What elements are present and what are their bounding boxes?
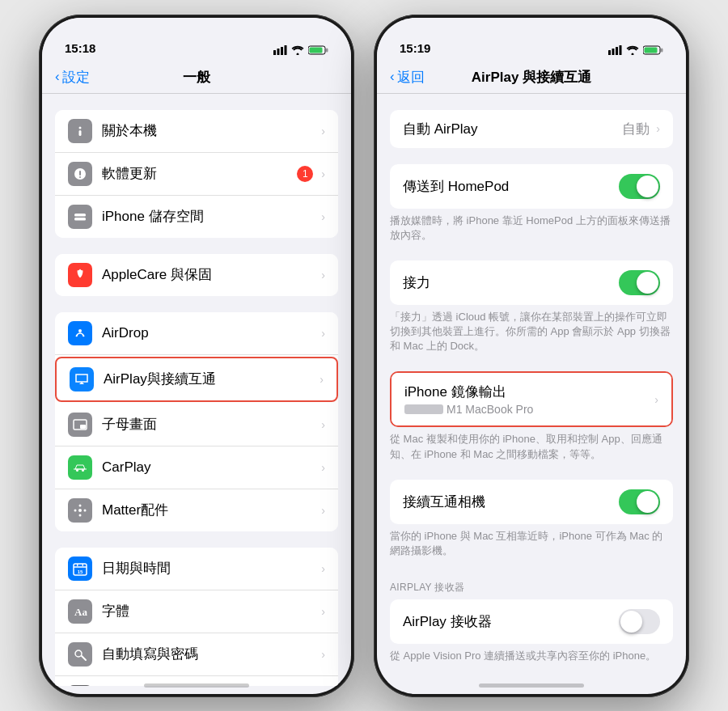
handoff-label: 接力 [403,273,619,292]
svg-rect-25 [83,564,84,566]
settings-item-airplay[interactable]: AirPlay與接續互通 › [55,357,338,402]
homepod-label: 傳送到 HomePod [403,177,619,196]
handoff-toggle[interactable] [619,270,660,295]
svg-point-7 [79,126,82,129]
svg-rect-32 [612,49,615,55]
time-right: 15:19 [400,41,430,55]
status-bar-right: 15:19 [377,18,686,61]
camera-section: 接續互通相機 [390,480,673,524]
svg-point-22 [84,509,87,511]
carplay-chevron: › [321,461,325,474]
about-label: 關於本機 [102,121,318,140]
airdrop-label: AirDrop [102,325,318,341]
mirror-section[interactable]: iPhone 鏡像輸出 M1 MacBook Pro › [390,371,673,427]
back-chevron-left: ‹ [55,69,60,85]
section-2: AppleCare 與保固 › [55,254,338,296]
auto-airplay-row[interactable]: 自動 AirPlay 自動 › [390,110,673,148]
svg-rect-37 [661,48,663,52]
receiver-row[interactable]: AirPlay 接收器 [390,599,673,644]
airdrop-icon [68,321,92,345]
back-chevron-right: ‹ [390,69,395,85]
settings-item-storage[interactable]: iPhone 儲存空間 › [55,196,338,238]
auto-airplay-value: 自動 [622,120,650,138]
settings-item-airdrop[interactable]: AirDrop › [55,312,338,355]
carplay-label: CarPlay [102,459,318,476]
camera-toggle[interactable] [619,489,660,514]
mirror-label-group: iPhone 鏡像輸出 M1 MacBook Pro [404,383,651,416]
section-1: 關於本機 › 軟體更新 1 › iPhone 儲存空間 › [55,110,338,238]
handoff-section: 接力 [390,260,673,305]
handoff-row[interactable]: 接力 [390,260,673,305]
matter-label: Matter配件 [102,501,318,519]
pip-label: 子母畫面 [102,415,318,434]
auto-airplay-section: 自動 AirPlay 自動 › [390,110,673,148]
svg-point-11 [78,329,82,332]
homepod-toggle[interactable] [619,174,660,199]
mirror-desc: 從 Mac 複製和使用你的 iPhone、取用和控制 App、回應通知、在 iP… [377,427,686,471]
svg-rect-8 [79,130,82,136]
settings-item-carplay[interactable]: CarPlay › [55,446,338,489]
status-icons-right [608,45,663,55]
receiver-toggle-knob [620,611,642,633]
handoff-desc: 「接力」透過 iCloud 帳號，讓你在某部裝置上的操作可立即切換到其他裝置上進… [377,305,686,364]
pip-icon [68,413,92,437]
wifi-icon [291,45,304,55]
font-icon: Aa [68,599,92,624]
airplay-receiver-section-label: AIRPLAY 接收器 [377,576,686,599]
back-label-left: 設定 [62,68,90,87]
nav-title-right: AirPlay 與接續互通 [472,68,591,87]
battery-icon-right [643,45,663,55]
svg-rect-1 [277,49,280,55]
background-icon [68,685,92,686]
signal-icon [273,45,287,55]
back-button-left[interactable]: ‹ 設定 [55,68,90,87]
settings-item-about[interactable]: 關於本機 › [55,110,338,153]
camera-toggle-knob [637,491,658,513]
section-4: 15 日期與時間 › Aa 字體 › 自動填寫與密碼 [55,548,338,686]
matter-chevron: › [321,504,325,517]
homepod-row[interactable]: 傳送到 HomePod [390,164,673,209]
applecare-chevron: › [321,269,325,281]
font-chevron: › [321,605,325,618]
software-label: 軟體更新 [102,164,297,183]
datetime-label: 日期與時間 [102,559,318,578]
settings-item-pip[interactable]: 子母畫面 › [55,404,338,446]
autofill-icon [68,642,92,667]
svg-rect-6 [326,48,328,52]
nav-bar-left: ‹ 設定 一般 [42,61,351,94]
datetime-icon: 15 [68,557,92,581]
storage-icon [68,205,92,229]
wifi-icon-right [626,45,639,55]
home-indicator-left [144,683,249,688]
home-indicator-right [479,683,584,688]
receiver-toggle[interactable] [619,609,660,634]
receiver-label: AirPlay 接收器 [403,612,619,631]
svg-point-18 [78,509,82,512]
svg-rect-3 [285,45,287,55]
svg-text:Aa: Aa [74,606,87,618]
homepod-section: 傳送到 HomePod [390,164,673,209]
settings-item-font[interactable]: Aa 字體 › [55,590,338,633]
software-chevron: › [321,167,325,180]
camera-row[interactable]: 接續互通相機 [390,480,673,524]
settings-item-software[interactable]: 軟體更新 1 › [55,153,338,196]
settings-item-datetime[interactable]: 15 日期與時間 › [55,548,338,590]
back-button-right[interactable]: ‹ 返回 [390,68,425,87]
receiver-desc: 從 Apple Vision Pro 連續播送或共享內容至你的 iPhone。 [377,644,686,673]
font-label: 字體 [102,602,318,620]
settings-item-autofill[interactable]: 自動填寫與密碼 › [55,633,338,676]
settings-item-matter[interactable]: Matter配件 › [55,489,338,531]
airplay-icon [70,367,94,391]
homepod-desc: 播放媒體時，將 iPhone 靠近 HomePod 上方的面板來傳送播放內容。 [377,209,686,252]
svg-rect-0 [273,50,276,55]
mirror-subtitle: M1 MacBook Pro [404,403,651,416]
settings-item-applecare[interactable]: AppleCare 與保固 › [55,254,338,296]
svg-rect-15 [80,425,86,429]
phone-left: 15:18 ‹ 設定 一般 [39,15,354,697]
airplay-label: AirPlay與接續互通 [104,370,316,388]
storage-chevron: › [321,210,325,223]
mirror-row[interactable]: iPhone 鏡像輸出 M1 MacBook Pro › [392,373,671,425]
carplay-icon [68,455,92,480]
status-bar-left: 15:18 [42,18,351,61]
svg-text:15: 15 [78,569,83,574]
